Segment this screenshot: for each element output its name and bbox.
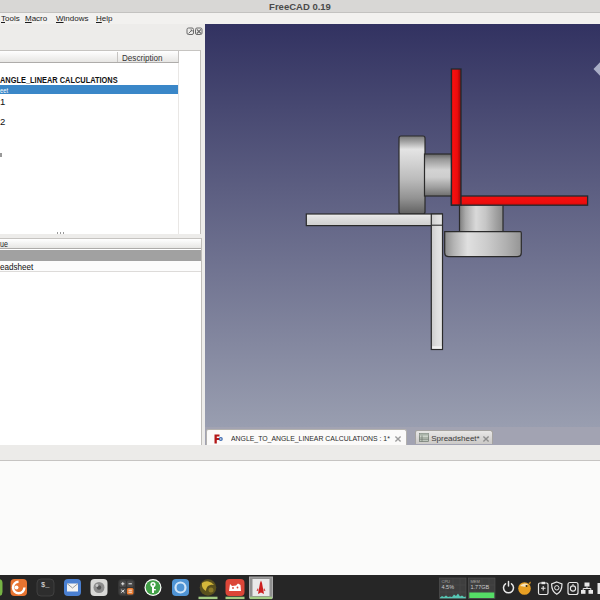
svg-text:$_: $_ bbox=[41, 581, 50, 589]
svg-text:1.77GB: 1.77GB bbox=[471, 584, 490, 590]
svg-text:4.5%: 4.5% bbox=[442, 584, 455, 590]
